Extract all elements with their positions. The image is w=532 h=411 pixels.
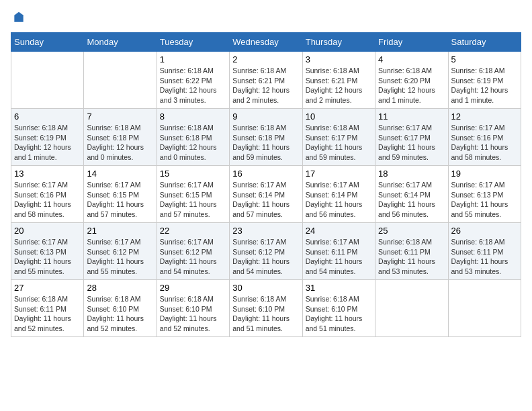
day-info: Sunrise: 6:17 AM Sunset: 6:15 PM Dayligh… — [160, 180, 226, 220]
day-number: 4 — [378, 54, 445, 64]
day-header-wednesday: Wednesday — [230, 33, 302, 52]
day-info: Sunrise: 6:17 AM Sunset: 6:12 PM Dayligh… — [87, 237, 153, 277]
calendar-week-5: 27Sunrise: 6:18 AM Sunset: 6:11 PM Dayli… — [11, 280, 521, 337]
day-info: Sunrise: 6:18 AM Sunset: 6:17 PM Dayligh… — [306, 123, 372, 163]
calendar-cell: 13Sunrise: 6:17 AM Sunset: 6:16 PM Dayli… — [11, 166, 84, 223]
day-number: 14 — [87, 169, 153, 179]
day-info: Sunrise: 6:17 AM Sunset: 6:14 PM Dayligh… — [232, 180, 299, 220]
day-number: 24 — [306, 226, 372, 236]
calendar-week-3: 13Sunrise: 6:17 AM Sunset: 6:16 PM Dayli… — [11, 166, 521, 223]
calendar-header-row: SundayMondayTuesdayWednesdayThursdayFrid… — [11, 33, 521, 52]
day-info: Sunrise: 6:18 AM Sunset: 6:21 PM Dayligh… — [232, 66, 299, 105]
day-info: Sunrise: 6:17 AM Sunset: 6:13 PM Dayligh… — [14, 237, 81, 277]
day-number: 22 — [160, 226, 226, 236]
day-number: 17 — [306, 169, 372, 179]
calendar-table: SundayMondayTuesdayWednesdayThursdayFrid… — [11, 32, 521, 337]
day-info: Sunrise: 6:18 AM Sunset: 6:19 PM Dayligh… — [451, 66, 518, 105]
day-info: Sunrise: 6:18 AM Sunset: 6:10 PM Dayligh… — [87, 294, 153, 334]
day-number: 9 — [232, 111, 299, 122]
day-number: 28 — [87, 283, 153, 293]
day-number: 1 — [160, 54, 226, 64]
logo — [11, 11, 27, 24]
calendar-cell: 10Sunrise: 6:18 AM Sunset: 6:17 PM Dayli… — [302, 109, 375, 166]
day-number: 8 — [160, 111, 226, 122]
calendar-cell: 16Sunrise: 6:17 AM Sunset: 6:14 PM Dayli… — [230, 166, 302, 223]
day-info: Sunrise: 6:17 AM Sunset: 6:14 PM Dayligh… — [306, 180, 372, 220]
day-info: Sunrise: 6:18 AM Sunset: 6:10 PM Dayligh… — [160, 294, 226, 334]
day-number: 7 — [87, 111, 153, 122]
day-header-monday: Monday — [84, 33, 157, 52]
day-header-thursday: Thursday — [302, 33, 375, 52]
page-header — [11, 11, 521, 24]
calendar-cell — [375, 280, 448, 337]
day-number: 10 — [306, 111, 372, 122]
day-info: Sunrise: 6:18 AM Sunset: 6:11 PM Dayligh… — [378, 237, 445, 277]
day-info: Sunrise: 6:17 AM Sunset: 6:13 PM Dayligh… — [451, 180, 518, 220]
day-info: Sunrise: 6:18 AM Sunset: 6:10 PM Dayligh… — [306, 294, 372, 334]
calendar-cell: 7Sunrise: 6:18 AM Sunset: 6:18 PM Daylig… — [84, 109, 157, 166]
calendar-cell: 15Sunrise: 6:17 AM Sunset: 6:15 PM Dayli… — [157, 166, 229, 223]
day-info: Sunrise: 6:17 AM Sunset: 6:17 PM Dayligh… — [378, 123, 445, 163]
day-info: Sunrise: 6:18 AM Sunset: 6:21 PM Dayligh… — [306, 66, 372, 105]
day-info: Sunrise: 6:18 AM Sunset: 6:18 PM Dayligh… — [160, 123, 226, 163]
calendar-cell: 19Sunrise: 6:17 AM Sunset: 6:13 PM Dayli… — [448, 166, 521, 223]
day-number: 2 — [232, 54, 299, 64]
calendar-cell: 18Sunrise: 6:17 AM Sunset: 6:14 PM Dayli… — [375, 166, 448, 223]
day-number: 26 — [451, 226, 518, 236]
calendar-cell: 30Sunrise: 6:18 AM Sunset: 6:10 PM Dayli… — [230, 280, 302, 337]
day-number: 27 — [14, 283, 81, 293]
day-number: 16 — [232, 169, 299, 179]
day-number: 15 — [160, 169, 226, 179]
day-info: Sunrise: 6:18 AM Sunset: 6:20 PM Dayligh… — [378, 66, 445, 105]
day-info: Sunrise: 6:18 AM Sunset: 6:11 PM Dayligh… — [14, 294, 81, 334]
calendar-cell: 1Sunrise: 6:18 AM Sunset: 6:22 PM Daylig… — [157, 52, 229, 109]
calendar-cell: 31Sunrise: 6:18 AM Sunset: 6:10 PM Dayli… — [302, 280, 375, 337]
day-number: 3 — [306, 54, 372, 64]
day-info: Sunrise: 6:18 AM Sunset: 6:22 PM Dayligh… — [160, 66, 226, 105]
day-number: 11 — [378, 111, 445, 122]
calendar-cell: 22Sunrise: 6:17 AM Sunset: 6:12 PM Dayli… — [157, 223, 229, 280]
day-info: Sunrise: 6:18 AM Sunset: 6:19 PM Dayligh… — [14, 123, 81, 163]
day-number: 18 — [378, 169, 445, 179]
calendar-cell: 12Sunrise: 6:17 AM Sunset: 6:16 PM Dayli… — [448, 109, 521, 166]
day-info: Sunrise: 6:17 AM Sunset: 6:16 PM Dayligh… — [451, 123, 518, 163]
calendar-cell: 5Sunrise: 6:18 AM Sunset: 6:19 PM Daylig… — [448, 52, 521, 109]
day-info: Sunrise: 6:17 AM Sunset: 6:12 PM Dayligh… — [232, 237, 299, 277]
calendar-week-4: 20Sunrise: 6:17 AM Sunset: 6:13 PM Dayli… — [11, 223, 521, 280]
day-number: 19 — [451, 169, 518, 179]
calendar-cell: 28Sunrise: 6:18 AM Sunset: 6:10 PM Dayli… — [84, 280, 157, 337]
calendar-cell — [84, 52, 157, 109]
day-info: Sunrise: 6:17 AM Sunset: 6:15 PM Dayligh… — [87, 180, 153, 220]
calendar-cell: 27Sunrise: 6:18 AM Sunset: 6:11 PM Dayli… — [11, 280, 84, 337]
day-number: 21 — [87, 226, 153, 236]
calendar-cell: 20Sunrise: 6:17 AM Sunset: 6:13 PM Dayli… — [11, 223, 84, 280]
day-info: Sunrise: 6:17 AM Sunset: 6:14 PM Dayligh… — [378, 180, 445, 220]
day-info: Sunrise: 6:17 AM Sunset: 6:12 PM Dayligh… — [160, 237, 226, 277]
calendar-week-2: 6Sunrise: 6:18 AM Sunset: 6:19 PM Daylig… — [11, 109, 521, 166]
calendar-cell: 24Sunrise: 6:17 AM Sunset: 6:11 PM Dayli… — [302, 223, 375, 280]
logo-icon — [12, 11, 26, 24]
day-header-friday: Friday — [375, 33, 448, 52]
day-info: Sunrise: 6:18 AM Sunset: 6:18 PM Dayligh… — [87, 123, 153, 163]
day-number: 23 — [232, 226, 299, 236]
calendar-cell: 21Sunrise: 6:17 AM Sunset: 6:12 PM Dayli… — [84, 223, 157, 280]
day-header-sunday: Sunday — [11, 33, 84, 52]
calendar-cell: 26Sunrise: 6:18 AM Sunset: 6:11 PM Dayli… — [448, 223, 521, 280]
day-number: 29 — [160, 283, 226, 293]
day-number: 6 — [14, 111, 81, 122]
calendar-cell: 25Sunrise: 6:18 AM Sunset: 6:11 PM Dayli… — [375, 223, 448, 280]
calendar-cell: 29Sunrise: 6:18 AM Sunset: 6:10 PM Dayli… — [157, 280, 229, 337]
calendar-cell: 11Sunrise: 6:17 AM Sunset: 6:17 PM Dayli… — [375, 109, 448, 166]
day-header-saturday: Saturday — [448, 33, 521, 52]
calendar-cell: 14Sunrise: 6:17 AM Sunset: 6:15 PM Dayli… — [84, 166, 157, 223]
calendar-cell — [448, 280, 521, 337]
day-number: 12 — [451, 111, 518, 122]
day-number: 31 — [306, 283, 372, 293]
day-info: Sunrise: 6:18 AM Sunset: 6:10 PM Dayligh… — [232, 294, 299, 334]
day-info: Sunrise: 6:17 AM Sunset: 6:16 PM Dayligh… — [14, 180, 81, 220]
day-number: 25 — [378, 226, 445, 236]
calendar-cell: 17Sunrise: 6:17 AM Sunset: 6:14 PM Dayli… — [302, 166, 375, 223]
day-info: Sunrise: 6:18 AM Sunset: 6:18 PM Dayligh… — [232, 123, 299, 163]
calendar-cell: 23Sunrise: 6:17 AM Sunset: 6:12 PM Dayli… — [230, 223, 302, 280]
calendar-cell: 2Sunrise: 6:18 AM Sunset: 6:21 PM Daylig… — [230, 52, 302, 109]
